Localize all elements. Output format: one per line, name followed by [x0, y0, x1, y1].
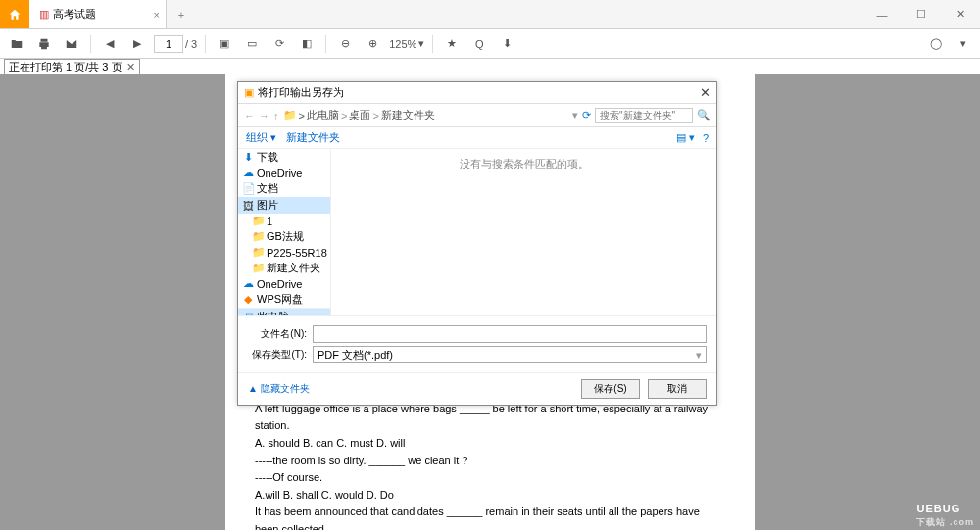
download-icon[interactable]: ⬇: [496, 33, 517, 55]
document-line: -----Of course.: [255, 469, 725, 487]
document-line: A.will B. shall C. would D. Do: [255, 487, 725, 505]
menu-dropdown-icon[interactable]: ▾: [953, 33, 974, 55]
fit-page-icon[interactable]: ▣: [214, 33, 235, 55]
zoom-value: 125%: [389, 38, 416, 50]
filename-input[interactable]: [313, 325, 707, 343]
status-text: 正在打印第 1 页/共 3 页: [9, 60, 122, 74]
zoom-dropdown-icon[interactable]: ▾: [418, 37, 424, 50]
home-button[interactable]: [0, 0, 29, 28]
tree-item[interactable]: ◆WPS网盘: [238, 291, 330, 308]
email-icon[interactable]: [61, 33, 82, 55]
print-icon[interactable]: [33, 33, 55, 55]
watermark: UEBUG下载站 .com: [916, 488, 974, 526]
cancel-button[interactable]: 取消: [648, 379, 707, 399]
hide-folders-toggle[interactable]: ▲ 隐藏文件夹: [248, 382, 310, 396]
nav-up-icon[interactable]: ↑: [273, 110, 279, 121]
dialog-app-icon: ▣: [244, 86, 254, 99]
search-icon[interactable]: Q: [468, 33, 490, 55]
file-list-area: 没有与搜索条件匹配的项。: [331, 149, 716, 315]
search-go-icon[interactable]: 🔍: [697, 109, 710, 121]
zoom-in-icon[interactable]: ⊕: [362, 33, 383, 55]
page-number-input[interactable]: [154, 35, 183, 53]
nav-back-icon[interactable]: ◀: [99, 33, 121, 55]
tree-item[interactable]: 🖼图片: [238, 197, 330, 214]
page-total: / 3: [185, 38, 197, 50]
document-line: A. should B. can C. must D. will: [255, 435, 725, 453]
maximize-button[interactable]: ☐: [902, 0, 941, 28]
new-folder-button[interactable]: 新建文件夹: [286, 130, 340, 145]
breadcrumb[interactable]: 📁 > 此电脑 > 桌面 > 新建文件夹 ▾: [283, 108, 579, 122]
tree-item[interactable]: 📁新建文件夹: [238, 260, 330, 276]
folder-icon: 📁: [283, 109, 297, 121]
save-as-dialog: ▣ 将打印输出另存为 ✕ ← → ↑ 📁 > 此电脑 > 桌面 > 新建文件夹 …: [237, 81, 717, 406]
tab-title: 高考试题: [53, 7, 96, 22]
organize-menu[interactable]: 组织 ▾: [246, 130, 276, 145]
view-mode-icon[interactable]: ▤ ▾: [676, 131, 695, 144]
filetype-label: 保存类型(T):: [248, 348, 307, 361]
print-status-chip: 正在打印第 1 页/共 3 页 ✕: [4, 59, 140, 75]
tab-document[interactable]: ▥ 高考试题 ×: [29, 0, 167, 28]
tree-item[interactable]: ☁OneDrive: [238, 276, 330, 291]
minimize-button[interactable]: —: [862, 0, 902, 28]
bookmark-icon[interactable]: ★: [441, 33, 463, 55]
close-tab-icon[interactable]: ×: [154, 9, 160, 21]
tree-item[interactable]: ⬇下载: [238, 149, 330, 166]
filetype-select[interactable]: PDF 文档(*.pdf) ▾: [313, 346, 707, 363]
nav-fwd-arrow-icon[interactable]: →: [259, 110, 270, 121]
tree-item[interactable]: 🖥此电脑: [238, 309, 330, 315]
close-window-button[interactable]: ✕: [941, 0, 980, 28]
help-icon[interactable]: ?: [703, 132, 709, 144]
tree-item[interactable]: 📁GB法规: [238, 228, 330, 245]
dialog-close-icon[interactable]: ✕: [700, 85, 710, 100]
tree-item[interactable]: 📁1: [238, 214, 330, 228]
filename-label: 文件名(N):: [248, 327, 307, 341]
document-line: -----the room is so dirty. ______ we cle…: [255, 453, 725, 470]
open-icon[interactable]: [6, 33, 27, 55]
zoom-out-icon[interactable]: ⊖: [334, 33, 356, 55]
save-button[interactable]: 保存(S): [581, 379, 640, 399]
new-tab-button[interactable]: +: [167, 0, 196, 28]
user-icon[interactable]: ◯: [925, 33, 947, 55]
nav-back-arrow-icon[interactable]: ←: [244, 110, 255, 121]
document-line: A left-luggage office is a place where b…: [255, 401, 725, 435]
rotate-icon[interactable]: ⟳: [269, 33, 290, 55]
refresh-icon[interactable]: ⟳: [582, 109, 591, 121]
nav-fwd-icon[interactable]: ▶: [126, 33, 148, 55]
folder-search-input[interactable]: [595, 108, 693, 123]
status-close-icon[interactable]: ✕: [126, 61, 135, 73]
tree-item[interactable]: ☁OneDrive: [238, 166, 330, 180]
fit-width-icon[interactable]: ▭: [241, 33, 263, 55]
folder-tree[interactable]: ⬇下载☁OneDrive📄文档🖼图片📁1📁GB法规📁P225-55R18 98📁…: [238, 149, 331, 315]
dialog-title: 将打印输出另存为: [258, 85, 344, 100]
select-icon[interactable]: ◧: [296, 33, 318, 55]
tree-item[interactable]: 📁P225-55R18 98: [238, 245, 330, 260]
document-line: It has beem announced that candidates __…: [255, 504, 725, 530]
pdf-icon: ▥: [39, 8, 49, 21]
tree-item[interactable]: 📄文档: [238, 180, 330, 197]
